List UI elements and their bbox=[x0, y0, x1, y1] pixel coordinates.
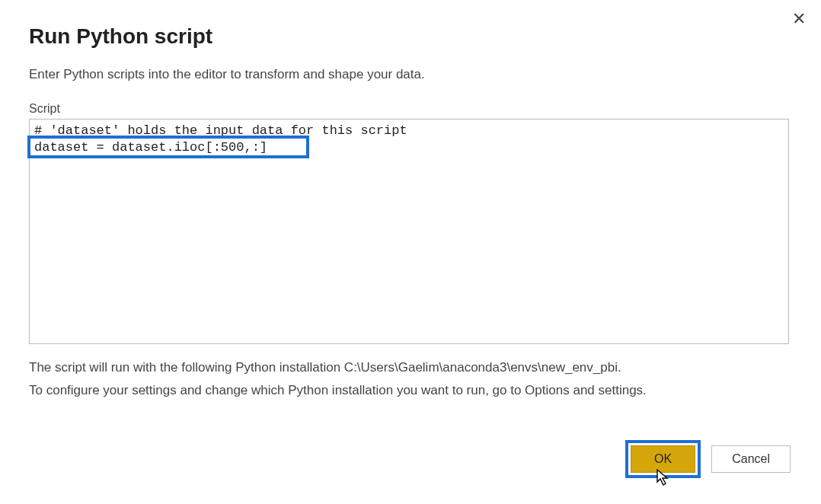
dialog-body: Run Python script Enter Python scripts i… bbox=[0, 0, 821, 402]
close-icon[interactable]: ✕ bbox=[792, 9, 806, 29]
cancel-button[interactable]: Cancel bbox=[711, 445, 791, 473]
footer-info: The script will run with the following P… bbox=[29, 356, 792, 402]
script-input[interactable] bbox=[29, 119, 789, 344]
dialog-button-row: OK Cancel bbox=[625, 440, 791, 478]
ok-button[interactable]: OK bbox=[631, 445, 695, 473]
dialog-subtitle: Enter Python scripts into the editor to … bbox=[29, 67, 792, 82]
script-label: Script bbox=[29, 102, 792, 116]
dialog-title: Run Python script bbox=[29, 24, 792, 49]
script-area-wrap bbox=[29, 119, 789, 344]
ok-highlight-annotation: OK bbox=[625, 440, 701, 478]
config-hint-text: To configure your settings and change wh… bbox=[29, 379, 792, 402]
install-path-text: The script will run with the following P… bbox=[29, 356, 792, 379]
